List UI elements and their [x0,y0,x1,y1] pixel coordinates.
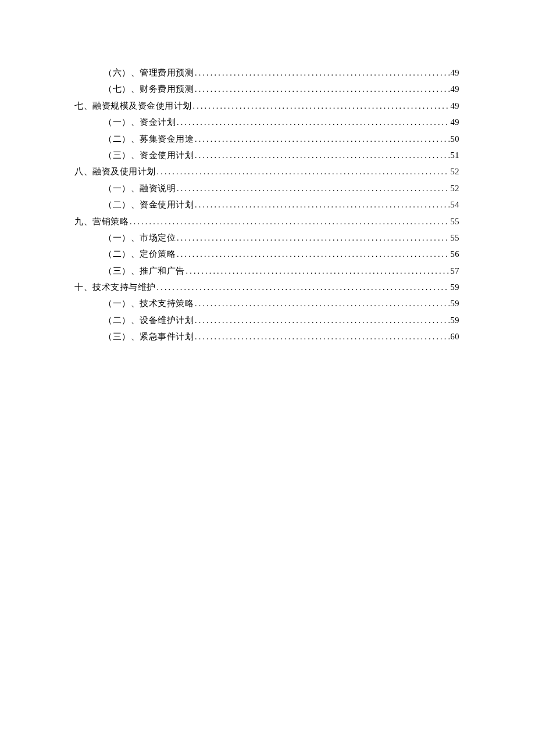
toc-title: （三）、紧急事件计划 [104,332,194,341]
toc-leader-dots [194,300,450,308]
toc-title: （二）、设备维护计划 [104,316,194,325]
toc-page-number: 49 [450,102,460,110]
toc-entry: 九、营销策略 55 [74,217,459,226]
toc-page-number: 57 [450,267,460,275]
toc-title: 七、融资规模及资金使用计划 [74,102,192,110]
toc-page-number: 59 [450,316,460,325]
toc-page-number: 54 [450,200,460,209]
toc-leader-dots [194,135,450,144]
toc-title: （一）、融资说明 [104,184,176,193]
toc-entry: （一）、市场定位 55 [104,234,459,242]
toc-page-number: 49 [450,85,460,94]
toc-entry: （三）、资金使用计划 51 [104,151,459,160]
toc-leader-dots [194,152,450,160]
toc-entry: 十、技术支持与维护 59 [74,283,459,292]
toc-leader-dots [129,218,450,226]
toc-title: （二）、定价策略 [104,250,176,259]
toc-entry: （一）、技术支持策略 59 [104,299,459,308]
toc-leader-dots [194,85,450,94]
toc-entry: （七）、财务费用预测 49 [104,85,459,94]
toc-page-number: 52 [450,184,460,193]
toc-leader-dots [194,317,450,325]
toc-page-number: 51 [450,151,460,160]
toc-title: （二）、资金使用计划 [104,200,194,209]
toc-entry: （三）、紧急事件计划 60 [104,332,459,341]
toc-entry: （三）、推广和广告 57 [104,267,459,275]
toc-page-number: 55 [450,234,460,242]
toc-leader-dots [194,333,450,341]
toc-title: （一）、市场定位 [104,234,176,242]
toc-leader-dots [194,69,450,77]
toc-page-number: 59 [450,299,460,308]
toc-leader-dots [176,234,450,242]
toc-leader-dots [156,168,450,176]
toc-entry: （一）、融资说明 52 [104,184,459,193]
toc-leader-dots [194,201,450,209]
toc-page-number: 49 [450,118,460,127]
toc-title: （六）、管理费用预测 [104,69,194,77]
toc-leader-dots [176,185,450,193]
toc-title: （七）、财务费用预测 [104,85,194,94]
document-page: （六）、管理费用预测 49 （七）、财务费用预测 49 七、融资规模及资金使用计… [0,0,535,756]
toc-page-number: 60 [450,332,460,341]
toc-title: 九、营销策略 [74,217,129,226]
toc-entry: （二）、募集资金用途 50 [104,135,459,144]
toc-page-number: 52 [450,167,460,176]
toc-leader-dots [176,250,450,259]
toc-page-number: 56 [450,250,460,259]
toc-leader-dots [192,102,450,110]
toc-title: 十、技术支持与维护 [74,283,156,292]
toc-entry: 七、融资规模及资金使用计划 49 [74,102,459,110]
toc-title: （三）、资金使用计划 [104,151,194,160]
toc-entry: （二）、资金使用计划 54 [104,200,459,209]
toc-title: （三）、推广和广告 [104,267,185,275]
toc-entry: （二）、定价策略 56 [104,250,459,259]
toc-page-number: 55 [450,217,460,226]
toc-leader-dots [185,267,450,275]
toc-title: （一）、技术支持策略 [104,299,194,308]
toc-leader-dots [176,119,450,127]
toc-page-number: 59 [450,283,460,292]
toc-leader-dots [156,284,450,292]
toc-entry: （一）、资金计划 49 [104,118,459,127]
toc-title: （一）、资金计划 [104,118,176,127]
toc-title: （二）、募集资金用途 [104,135,194,144]
toc-entry: 八、融资及使用计划 52 [74,167,459,176]
toc-page-number: 49 [450,69,460,77]
toc-page-number: 50 [450,135,460,144]
toc-title: 八、融资及使用计划 [74,167,156,176]
toc-entry: （六）、管理费用预测 49 [104,69,459,77]
toc-entry: （二）、设备维护计划 59 [104,316,459,325]
